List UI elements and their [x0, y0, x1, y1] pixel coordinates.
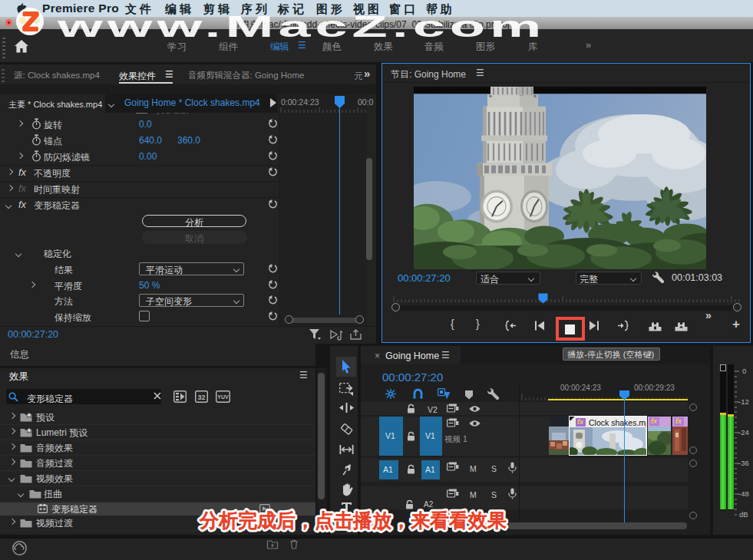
svg-text:YUV: YUV: [217, 394, 229, 400]
svg-text:分析完成后，点击播放，来看看效果: 分析完成后，点击播放，来看看效果: [199, 509, 507, 532]
svg-text:32: 32: [197, 394, 205, 401]
